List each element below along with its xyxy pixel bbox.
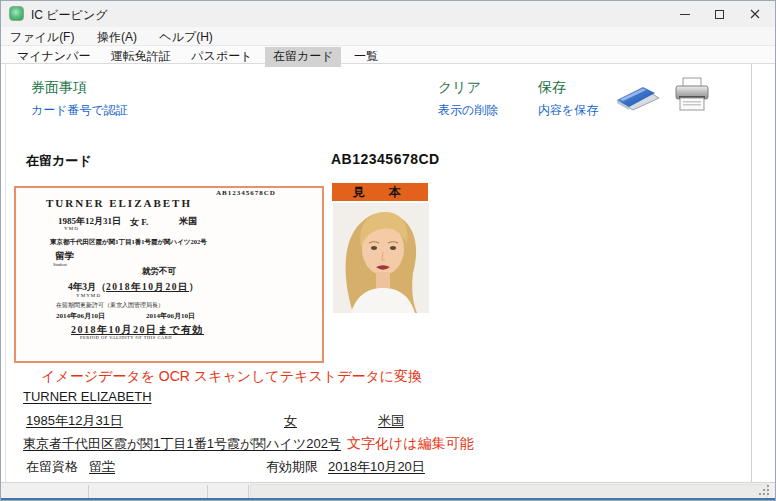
field-expiry-value[interactable]: 2018年10月20日: [328, 458, 425, 476]
mojibake-editable-note: 文字化けは編集可能: [347, 435, 474, 453]
window-bottom-edge: [1, 498, 775, 500]
status-divider: [207, 485, 208, 498]
card-face-section-title: 券面事項: [31, 79, 87, 97]
card-scan-number: AB12345678CD: [216, 189, 276, 197]
tab-residence-card[interactable]: 在留カード: [265, 47, 342, 67]
minimize-button[interactable]: [667, 1, 703, 27]
residence-card-scan: AB12345678CD TURNER ELIZABETH 1985年12月31…: [14, 186, 324, 363]
card-scan-period-markers: Y M Y M D: [76, 293, 100, 298]
close-button[interactable]: [737, 1, 773, 27]
minimize-icon: [680, 14, 690, 15]
tab-mynumber[interactable]: マイナンバー: [9, 47, 98, 67]
menu-item-help[interactable]: ヘルプ(H): [150, 27, 222, 46]
card-scan-update-date: 2014年06月10日: [146, 311, 195, 321]
portrait-photo: [333, 203, 429, 313]
card-type-label: 在留カード: [26, 152, 92, 170]
tab-bar: マイナンバー 運転免許証 パスポート 在留カード 一覧: [1, 46, 775, 64]
card-scan-validity-en: PERIOD OF VALIDITY OF THIS CARD: [80, 335, 172, 340]
menu-bar: ファイル(F) 操作(A) ヘルプ(H): [1, 27, 775, 46]
printer-icon[interactable]: [673, 76, 711, 120]
maximize-button[interactable]: [701, 1, 737, 27]
field-status-value[interactable]: 留坣: [89, 458, 115, 476]
sample-badge: 見 本: [332, 183, 428, 201]
status-divider: [248, 485, 249, 498]
field-sex[interactable]: 女: [284, 412, 297, 430]
card-scan-sex: 女 F.: [130, 216, 148, 229]
field-status-label: 在留資格: [26, 458, 78, 476]
resize-grip-icon[interactable]: [759, 485, 771, 497]
card-scan-period-date: 2018年10月20日: [106, 282, 189, 292]
field-nationality[interactable]: 米国: [378, 412, 404, 430]
card-scan-address: 東京都千代田区霞が関1丁目1番1号霞が関ハイツ202号: [50, 238, 207, 247]
card-scan-birth-markers: Y M D: [64, 226, 78, 231]
field-expiry-label: 有効期限: [266, 458, 318, 476]
content-right-border: [751, 64, 752, 482]
tab-passport[interactable]: パスポート: [183, 47, 260, 67]
window-title: IC ビーピング: [31, 7, 107, 24]
maximize-icon: [715, 10, 724, 19]
field-birth-date[interactable]: 1985年12月31日: [26, 412, 123, 430]
card-scan-nationality: 米国: [179, 215, 197, 228]
card-scan-period-prefix: 4年3月（: [68, 282, 106, 292]
card-scan-issue-date: 2014年06月10日: [56, 311, 105, 321]
tab-list[interactable]: 一覧: [346, 47, 386, 67]
card-scan-renewal-note: 在留期間更新許可（東京入国管理局長）: [56, 301, 164, 310]
menu-item-file[interactable]: ファイル(F): [1, 27, 83, 46]
card-scan-work-permission: 就労不可: [142, 266, 176, 278]
clear-display-link[interactable]: 表示の削除: [438, 102, 498, 119]
window: IC ビーピング ファイル(F) 操作(A) ヘルプ(H) マイナンバー 運転免…: [0, 0, 776, 501]
card-scan-period-suffix: ）: [189, 282, 199, 292]
menu-item-operation[interactable]: 操作(A): [88, 27, 146, 46]
tab-drivers-license[interactable]: 運転免許証: [103, 47, 179, 67]
save-section-title: 保存: [538, 79, 566, 97]
status-divider: [88, 485, 89, 498]
card-scan-status-en: Student: [53, 262, 67, 267]
field-name[interactable]: TURNER ELIZABETH: [23, 389, 152, 404]
clear-section-title: クリア: [438, 79, 481, 97]
ocr-conversion-note: イメージデータを OCR スキャンしてテキストデータに変換: [41, 368, 422, 386]
field-address[interactable]: 東京者千代田区霞が関1丁目1番1号霞が関ハイツ202号: [23, 435, 341, 453]
close-icon: [750, 9, 760, 19]
title-bar: IC ビーピング: [1, 1, 775, 27]
card-scan-name: TURNER ELIZABETH: [46, 197, 192, 209]
content-left-border: [5, 64, 6, 482]
card-number-display: AB12345678CD: [331, 151, 440, 167]
auth-by-card-number-link[interactable]: カード番号で認証: [31, 102, 128, 119]
app-icon: [9, 6, 24, 21]
save-contents-link[interactable]: 内容を保存: [538, 102, 598, 119]
scanner-icon[interactable]: [615, 79, 661, 117]
status-panel: [250, 484, 768, 499]
